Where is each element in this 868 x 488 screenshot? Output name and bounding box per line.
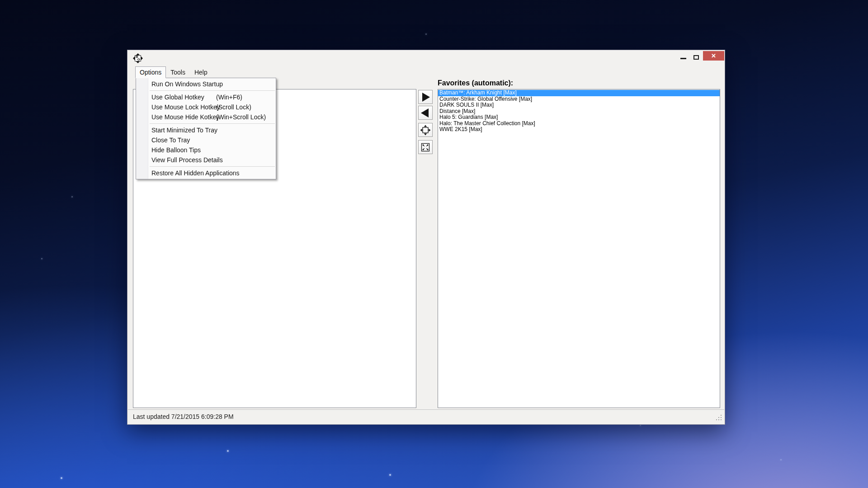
menu-item-label: Use Mouse Hide Kotkey <box>151 113 219 121</box>
menu-item-label: Hide Balloon Tips <box>151 146 201 154</box>
favorites-item-text: WWE 2K15 [Max] <box>439 127 482 132</box>
star-speck <box>227 450 229 452</box>
favorites-list-item[interactable]: Halo 5: Guardians [Max] <box>438 114 720 121</box>
arrow-down-icon <box>136 61 140 63</box>
menu-item-label: Run On Windows Startup <box>151 80 223 88</box>
close-button[interactable]: ✕ <box>703 51 724 61</box>
menubar-item-label: Options <box>140 69 161 76</box>
menu-item[interactable]: Run On Windows Startup <box>136 79 276 89</box>
star-speck <box>780 459 782 460</box>
favorites-item-text: Distance [Max] <box>439 108 475 114</box>
borderless-gaming-app-icon[interactable]: B G <box>133 53 143 63</box>
app-icon-box: B G <box>135 55 141 61</box>
menu-item[interactable]: View Full Process Details <box>136 155 276 165</box>
arrows-out-icon <box>420 125 431 136</box>
menubar-item[interactable]: Help <box>190 66 212 78</box>
app-icon-letter-g: G <box>137 58 140 61</box>
close-icon: ✕ <box>711 53 716 59</box>
menu-item-label: Close To Tray <box>151 136 190 144</box>
menu-item-label: View Full Process Details <box>151 156 223 164</box>
star-speck <box>640 425 641 426</box>
menu-separator <box>150 166 275 167</box>
arrows-corners-icon <box>420 142 431 153</box>
favorites-item-text: Halo 5: Guardians [Max] <box>439 114 498 120</box>
resize-grip[interactable] <box>716 414 722 421</box>
menu-item[interactable]: Use Global Hotkey (Win+F6) <box>136 92 276 102</box>
title-bar[interactable]: B G ✕ <box>127 50 725 66</box>
menu-item-shortcut: (Win+F6) <box>216 92 242 102</box>
favorites-item-text: DARK SOULS II [Max] <box>439 102 494 108</box>
favorites-list-item[interactable]: Batman™: Arkham Knight [Max] <box>438 90 720 96</box>
star-speck <box>425 33 427 35</box>
menu-item[interactable]: Restore All Hidden Applications <box>136 168 276 178</box>
menu-item-label: Use Global Hotkey <box>151 94 204 101</box>
menubar-item[interactable]: Tools <box>166 66 190 78</box>
menu-separator <box>150 123 275 124</box>
favorites-list-item[interactable]: Halo: The Master Chief Collection [Max] <box>438 121 720 127</box>
menu-item-label: Start Minimized To Tray <box>151 127 217 134</box>
arrow-left-icon <box>421 108 429 117</box>
favorites-list-item[interactable]: Counter-Strike: Global Offensive [Max] <box>438 96 720 103</box>
favorites-listbox[interactable]: Batman™: Arkham Knight [Max] Counter-Str… <box>438 89 720 408</box>
star-speck <box>71 196 73 197</box>
status-text: Last updated 7/21/2015 6:09:28 PM <box>133 410 234 423</box>
favorites-list-item[interactable]: DARK SOULS II [Max] <box>438 102 720 108</box>
menu-bar: Options Tools Help <box>135 66 212 78</box>
menu-item[interactable]: Use Mouse Lock Hotkey (Scroll Lock) <box>136 102 276 112</box>
menu-item[interactable]: Use Mouse Hide Kotkey (Win+Scroll Lock) <box>136 112 276 122</box>
favorites-list-item[interactable]: WWE 2K15 [Max] <box>438 127 720 133</box>
app-window: B G ✕ Options Tools Help Run On Windows … <box>127 50 725 425</box>
status-bar: Last updated 7/21/2015 6:09:28 PM <box>128 409 724 423</box>
favorites-item-text: Counter-Strike: Global Offensive [Max] <box>439 96 532 102</box>
make-borderless-button[interactable] <box>418 123 433 137</box>
menubar-item[interactable]: Options <box>135 66 166 78</box>
favorites-label: Favorites (automatic): <box>438 79 513 87</box>
arrow-right-icon <box>422 93 430 102</box>
favorites-item-text: Halo: The Master Chief Collection [Max] <box>439 121 535 127</box>
menu-item-shortcut: (Win+Scroll Lock) <box>216 112 266 122</box>
star-speck <box>61 477 62 479</box>
menubar-item-label: Tools <box>170 69 185 76</box>
favorites-list-item[interactable]: Distance [Max] <box>438 108 720 115</box>
arrow-right-icon <box>141 56 143 60</box>
menu-item-shortcut: (Scroll Lock) <box>216 102 251 112</box>
add-to-favorites-button[interactable] <box>418 90 433 104</box>
menubar-item-label: Help <box>194 69 208 76</box>
minimize-button[interactable] <box>680 58 686 59</box>
remove-from-favorites-button[interactable] <box>418 106 433 120</box>
maximize-button[interactable] <box>693 55 699 60</box>
menu-item-label: Restore All Hidden Applications <box>151 169 240 177</box>
menu-item-label: Use Mouse Lock Hotkey <box>151 103 220 111</box>
menu-separator <box>150 90 275 91</box>
star-speck <box>389 474 391 476</box>
menu-item[interactable]: Start Minimized To Tray <box>136 125 276 135</box>
menu-item[interactable]: Hide Balloon Tips <box>136 145 276 155</box>
star-speck <box>41 258 42 259</box>
fullscreen-button[interactable] <box>418 140 433 154</box>
menu-item[interactable]: Close To Tray <box>136 135 276 145</box>
favorites-item-text: Batman™: Arkham Knight [Max] <box>439 90 517 96</box>
options-dropdown-menu: Run On Windows Startup Use Global Hotkey… <box>136 78 276 179</box>
